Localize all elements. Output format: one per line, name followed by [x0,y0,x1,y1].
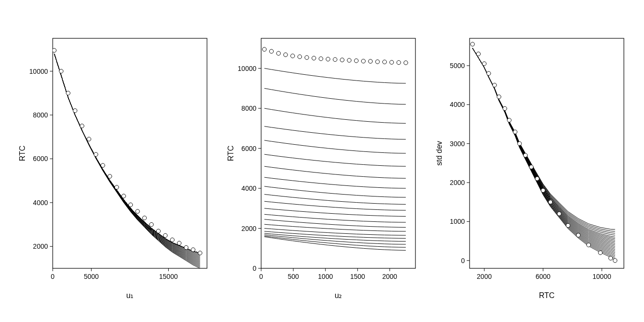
svg-point-129 [586,243,590,247]
panel-1: 0500015000200040006000800010000u₁RTC [15,14,212,307]
svg-text:6000: 6000 [33,155,48,162]
chart-3: 2000600010000010002000300040005000RTCstd… [432,14,629,307]
svg-text:1500: 1500 [350,273,365,280]
svg-point-116 [497,95,501,99]
svg-point-31 [129,203,133,207]
svg-text:2000: 2000 [382,273,397,280]
svg-point-86 [390,60,393,64]
svg-text:15000: 15000 [159,273,178,280]
svg-point-79 [340,58,344,62]
svg-point-78 [333,58,337,61]
svg-point-74 [305,56,309,59]
svg-point-83 [368,59,372,63]
svg-text:5000: 5000 [84,273,99,280]
svg-text:RTC: RTC [227,146,235,161]
svg-text:2000: 2000 [449,179,464,186]
svg-point-72 [291,54,295,58]
svg-point-36 [163,233,167,237]
svg-point-121 [523,153,527,157]
svg-text:RTC: RTC [539,291,554,299]
svg-point-130 [598,251,602,254]
svg-point-33 [143,216,147,220]
svg-point-32 [136,209,139,213]
chart-1: 0500015000200040006000800010000u₁RTC [15,14,212,307]
svg-point-22 [66,91,70,95]
svg-text:10000: 10000 [29,68,48,75]
svg-point-25 [87,137,91,141]
svg-point-81 [354,59,358,63]
svg-point-34 [150,222,153,226]
svg-point-21 [59,69,63,73]
svg-text:1000: 1000 [318,273,333,280]
svg-point-38 [177,241,181,245]
svg-text:4000: 4000 [242,184,256,192]
svg-point-88 [404,61,408,65]
svg-point-70 [276,51,280,55]
svg-text:4000: 4000 [33,199,48,207]
svg-point-120 [518,141,521,145]
svg-point-128 [576,233,580,237]
svg-point-112 [476,52,480,56]
svg-point-115 [493,83,496,87]
svg-rect-42 [261,38,415,268]
svg-point-76 [319,57,323,60]
svg-point-24 [80,124,84,128]
panel-2: 05001000150020000200040006000800010000u₂… [224,14,420,307]
svg-point-39 [184,245,188,249]
svg-point-26 [94,152,98,156]
svg-point-27 [101,163,105,167]
svg-text:0: 0 [253,264,256,272]
svg-text:u₂: u₂ [335,291,342,299]
svg-point-122 [529,165,533,169]
chart-grid: 0500015000200040006000800010000u₁RTC 050… [0,0,644,322]
svg-point-80 [347,58,351,62]
svg-point-117 [503,106,506,110]
svg-point-114 [486,71,490,75]
svg-text:5000: 5000 [449,62,464,69]
svg-point-71 [284,53,288,57]
svg-point-82 [361,59,365,63]
svg-point-84 [376,60,380,64]
panel-3: 2000600010000010002000300040005000RTCstd… [432,14,629,307]
svg-point-118 [507,118,511,122]
svg-text:0: 0 [51,273,55,280]
svg-point-125 [548,200,552,204]
svg-rect-0 [53,38,207,268]
svg-text:6000: 6000 [242,145,256,152]
svg-text:2000: 2000 [477,273,492,280]
svg-text:8000: 8000 [33,111,48,119]
svg-text:RTC: RTC [18,146,26,161]
svg-text:u₁: u₁ [126,291,134,299]
svg-point-68 [262,47,266,51]
svg-point-23 [73,109,77,113]
svg-point-40 [191,248,195,252]
svg-point-132 [613,259,617,263]
svg-point-127 [566,223,570,227]
svg-point-119 [513,130,517,134]
svg-point-73 [298,55,301,58]
svg-point-30 [122,194,126,198]
svg-point-77 [326,57,330,61]
svg-text:3000: 3000 [449,140,464,148]
svg-point-69 [269,49,273,53]
chart-2: 05001000150020000200040006000800010000u₂… [224,14,420,307]
svg-point-29 [115,185,119,189]
svg-text:std dev: std dev [435,141,443,166]
svg-text:6000: 6000 [535,273,550,280]
svg-point-123 [535,177,539,181]
svg-text:8000: 8000 [242,104,256,112]
svg-text:1000: 1000 [449,218,464,225]
svg-point-35 [157,229,161,233]
svg-point-87 [397,60,401,64]
svg-text:10000: 10000 [592,273,611,280]
svg-text:0: 0 [259,273,263,280]
svg-point-131 [609,256,612,260]
svg-point-85 [382,60,386,64]
svg-point-41 [198,251,202,255]
svg-text:10000: 10000 [238,65,256,72]
svg-point-75 [312,56,316,60]
svg-point-113 [482,62,486,66]
svg-point-111 [471,42,474,46]
svg-point-124 [541,188,545,192]
svg-point-37 [171,238,174,242]
